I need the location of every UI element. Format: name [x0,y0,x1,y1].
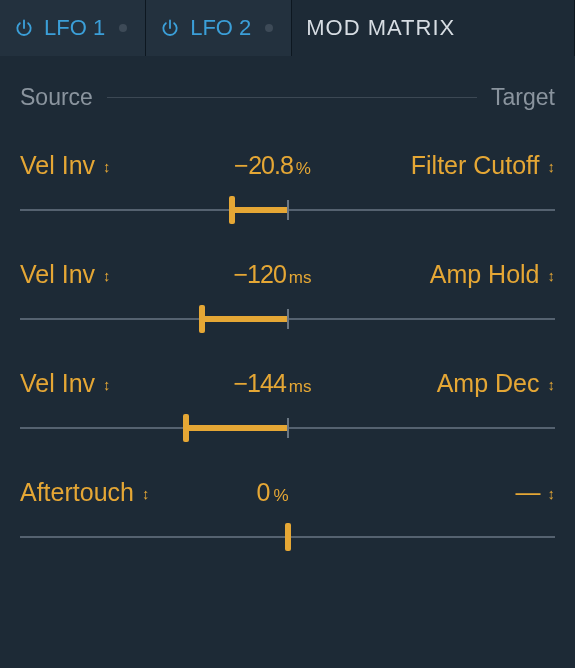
slider-handle[interactable] [199,305,205,333]
amount-value[interactable]: − 20.8% [190,151,355,180]
target-picker[interactable]: Amp Dec ↕ [355,369,555,398]
indicator-dot [119,24,127,32]
tab-label: MOD MATRIX [306,15,455,41]
amount-unit: ms [289,377,312,396]
slider-fill [202,316,288,322]
amount-number: −144 [234,369,286,397]
mod-row: Vel Inv ↕ −144ms Amp Dec ↕ [0,349,575,458]
updown-icon: ↕ [103,159,111,174]
source-label: Source [20,84,93,111]
amount-slider[interactable] [20,519,555,555]
updown-icon: ↕ [103,268,111,283]
mod-rows: Vel Inv ↕ − 20.8% Filter Cutoff ↕ Vel In… [0,121,575,567]
source-picker[interactable]: Vel Inv ↕ [20,151,190,180]
indicator-dot [265,24,273,32]
mod-row: Vel Inv ↕ − 20.8% Filter Cutoff ↕ [0,131,575,240]
header-divider [107,97,477,98]
source-picker-label: Aftertouch [20,478,134,507]
updown-icon: ↕ [142,486,150,501]
slider-handle[interactable] [229,196,235,224]
source-picker-label: Vel Inv [20,260,95,289]
source-picker-label: Vel Inv [20,369,95,398]
target-picker[interactable]: — ↕ [355,478,555,507]
tab-lfo1[interactable]: LFO 1 [0,0,146,56]
slider-handle[interactable] [183,414,189,442]
slider-fill [186,425,288,431]
updown-icon: ↕ [548,268,556,283]
target-picker-label: Amp Hold [430,260,540,289]
target-picker[interactable]: Filter Cutoff ↕ [355,151,555,180]
source-target-header: Source Target [0,56,575,121]
source-picker[interactable]: Aftertouch ↕ [20,478,190,507]
amount-slider[interactable] [20,192,555,228]
target-picker-label: — [516,478,540,507]
amount-slider[interactable] [20,410,555,446]
updown-icon: ↕ [548,377,556,392]
slider-fill [232,207,288,213]
tab-label: LFO 2 [190,15,251,41]
tab-bar: LFO 1 LFO 2 MOD MATRIX [0,0,575,56]
amount-slider[interactable] [20,301,555,337]
mod-row: Vel Inv ↕ −120ms Amp Hold ↕ [0,240,575,349]
amount-value[interactable]: −120ms [190,260,355,289]
amount-unit: % [296,159,311,178]
source-picker-label: Vel Inv [20,151,95,180]
updown-icon: ↕ [548,486,556,501]
updown-icon: ↕ [103,377,111,392]
slider-handle[interactable] [285,523,291,551]
power-icon [160,18,180,38]
amount-value[interactable]: −144ms [190,369,355,398]
power-icon [14,18,34,38]
tab-lfo2[interactable]: LFO 2 [146,0,292,56]
target-label: Target [491,84,555,111]
amount-unit: % [273,486,288,505]
target-picker-label: Amp Dec [437,369,540,398]
amount-number: 0 [256,478,270,506]
amount-unit: ms [289,268,312,287]
amount-value[interactable]: 0% [190,478,355,507]
source-picker[interactable]: Vel Inv ↕ [20,260,190,289]
target-picker-label: Filter Cutoff [411,151,540,180]
target-picker[interactable]: Amp Hold ↕ [355,260,555,289]
source-picker[interactable]: Vel Inv ↕ [20,369,190,398]
updown-icon: ↕ [548,159,556,174]
amount-number: −120 [234,260,286,288]
tab-label: LFO 1 [44,15,105,41]
tab-mod-matrix[interactable]: MOD MATRIX [292,0,575,56]
amount-number: − 20.8 [234,151,293,179]
mod-row: Aftertouch ↕ 0% — ↕ [0,458,575,567]
